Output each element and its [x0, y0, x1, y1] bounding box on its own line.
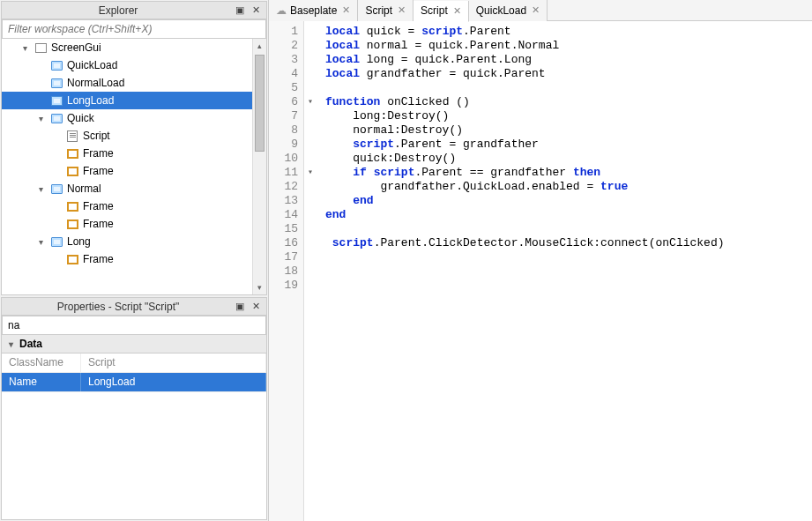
tree-item[interactable]: ▾Normal [2, 180, 266, 197]
line-number: 15 [269, 222, 298, 236]
close-icon[interactable]: ✕ [342, 4, 350, 16]
line-number: 18 [269, 264, 298, 279]
property-row[interactable]: ClassNameScript [2, 354, 266, 373]
code-line[interactable] [325, 250, 725, 264]
tree-item[interactable]: Script [2, 127, 266, 145]
property-name: ClassName [2, 354, 81, 372]
dock-icon[interactable]: ▣ [233, 4, 247, 18]
fold-marker-icon [304, 180, 317, 194]
tree-item[interactable]: ▾ScreenGui [2, 39, 266, 56]
code-line[interactable] [325, 279, 725, 293]
property-value[interactable]: Script [81, 354, 266, 372]
close-icon[interactable]: ✕ [249, 4, 263, 18]
fold-marker-icon [304, 138, 317, 152]
tab[interactable]: Script✕ [358, 0, 413, 21]
code-line[interactable]: local long = quick.Parent.Long [325, 53, 725, 67]
code-line[interactable] [325, 222, 725, 236]
tab[interactable]: Script✕ [413, 1, 469, 22]
code-line[interactable]: script.Parent = grandfather [325, 138, 725, 152]
tree-item-label: Frame [83, 165, 114, 177]
code-line[interactable]: script.Parent.ClickDetector.MouseClick:c… [325, 236, 725, 250]
expand-caret-icon[interactable]: ▾ [39, 184, 49, 194]
code-line[interactable]: grandfather.QuickLoad.enabled = true [325, 180, 725, 194]
fold-marker-icon [304, 39, 317, 53]
scroll-down-icon[interactable]: ▾ [253, 280, 266, 294]
fold-marker-icon [304, 67, 317, 81]
close-icon[interactable]: ✕ [249, 300, 263, 314]
scroll-thumb[interactable] [255, 55, 264, 152]
cloud-icon: ☁ [276, 4, 287, 17]
code-line[interactable]: end [325, 208, 725, 222]
fold-gutter[interactable]: ▾▾ [304, 21, 317, 521]
tree-item[interactable]: Frame [2, 197, 266, 215]
code-editor[interactable]: 12345678910111213141516171819 ▾▾ local q… [269, 21, 812, 521]
tree-item-label: Quick [67, 112, 94, 124]
code-line[interactable]: local normal = quick.Parent.Normal [325, 39, 725, 53]
code-line[interactable]: end [325, 194, 725, 208]
fold-marker-icon[interactable]: ▾ [304, 166, 317, 180]
line-number: 13 [269, 194, 298, 208]
fold-marker-icon [304, 264, 317, 279]
frame-icon [65, 147, 79, 160]
tree-item[interactable]: LongLoad [2, 92, 266, 109]
tree-item-label: Frame [83, 147, 114, 160]
scrollbar[interactable]: ▴ ▾ [252, 39, 266, 294]
expand-caret-icon[interactable]: ▾ [23, 43, 34, 53]
tree-item[interactable]: Frame [2, 215, 266, 233]
property-value[interactable]: LongLoad [81, 373, 266, 391]
line-number: 9 [269, 138, 298, 152]
properties-section-data[interactable]: ▾Data [2, 335, 266, 354]
close-icon[interactable]: ✕ [398, 4, 406, 16]
code-area[interactable]: local quick = script.Parentlocal normal … [317, 21, 725, 521]
code-line[interactable]: function onClicked () [325, 95, 725, 109]
close-icon[interactable]: ✕ [453, 5, 461, 17]
fold-marker-icon [304, 123, 317, 138]
script-icon [65, 130, 79, 142]
txt-icon [49, 235, 63, 248]
tab[interactable]: ☁Baseplate✕ [269, 0, 358, 21]
code-line[interactable]: local grandfather = quick.Parent [325, 67, 725, 81]
explorer-filter-input[interactable] [2, 19, 266, 39]
tab-label: Baseplate [290, 4, 337, 17]
fold-marker-icon [304, 194, 317, 208]
tree-item[interactable]: ▾Quick [2, 109, 266, 127]
code-line[interactable] [325, 81, 725, 95]
expand-caret-icon[interactable]: ▾ [39, 237, 49, 247]
properties-grid: ClassNameScriptNameLongLoad [2, 354, 266, 519]
line-number: 2 [269, 39, 298, 53]
fold-marker-icon [304, 279, 317, 293]
tree-item[interactable]: NormalLoad [2, 74, 266, 92]
line-number: 3 [269, 53, 298, 67]
code-line[interactable]: quick:Destroy() [325, 152, 725, 166]
code-line[interactable]: local quick = script.Parent [325, 25, 725, 39]
tree-item[interactable]: ▾Long [2, 233, 266, 250]
code-line[interactable]: if script.Parent == grandfather then [325, 166, 725, 180]
scroll-up-icon[interactable]: ▴ [253, 39, 266, 53]
line-number: 11 [269, 166, 298, 180]
close-icon[interactable]: ✕ [532, 4, 540, 16]
gui-icon [34, 41, 48, 54]
explorer-tree[interactable]: ▾ScreenGuiQuickLoadNormalLoadLongLoad▾Qu… [2, 39, 266, 294]
fold-marker-icon [304, 152, 317, 166]
expand-caret-icon[interactable]: ▾ [39, 114, 49, 123]
fold-marker-icon [304, 222, 317, 236]
tab-bar: ☁Baseplate✕Script✕Script✕QuickLoad✕ [269, 0, 812, 21]
tree-item[interactable]: Frame [2, 145, 266, 162]
explorer-panel: Explorer ▣ ✕ ▾ScreenGuiQuickLoadNormalLo… [1, 1, 267, 295]
fold-marker-icon [304, 81, 317, 95]
tree-item-label: Frame [83, 218, 114, 230]
property-row[interactable]: NameLongLoad [2, 373, 266, 392]
properties-filter-input[interactable] [2, 316, 266, 335]
code-line[interactable] [325, 264, 725, 279]
line-number: 5 [269, 81, 298, 95]
txt-icon [49, 182, 63, 195]
tab[interactable]: QuickLoad✕ [469, 0, 548, 21]
code-line[interactable]: long:Destroy() [325, 109, 725, 123]
line-number: 6 [269, 95, 298, 109]
dock-icon[interactable]: ▣ [233, 300, 247, 314]
tree-item[interactable]: Frame [2, 250, 266, 268]
fold-marker-icon[interactable]: ▾ [304, 95, 317, 109]
code-line[interactable]: normal:Destroy() [325, 123, 725, 138]
tree-item[interactable]: QuickLoad [2, 56, 266, 74]
tree-item[interactable]: Frame [2, 162, 266, 180]
